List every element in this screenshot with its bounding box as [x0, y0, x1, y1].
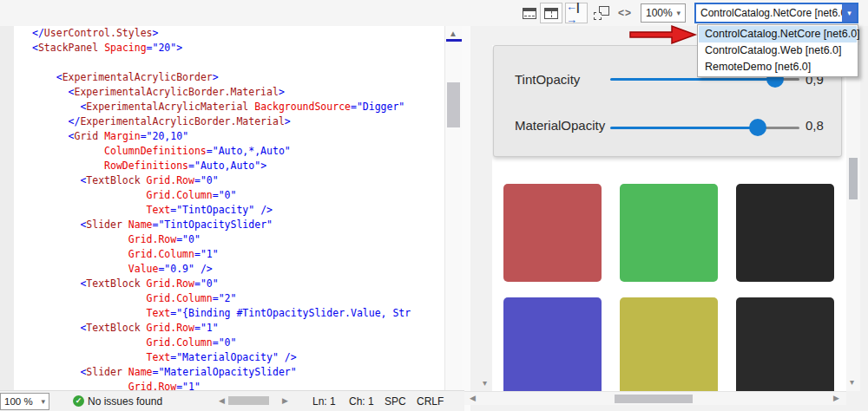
editor-vertical-scrollbar[interactable]: ▲ [444, 26, 462, 390]
preview-hscroll-thumb[interactable] [615, 395, 693, 403]
status-column-number: Ch: 1 [349, 395, 374, 408]
status-line-number: Ln: 1 [312, 395, 336, 408]
split-horizontal-icon [523, 8, 536, 19]
code-line: Text="MaterialOpacity" /> [32, 350, 411, 365]
chevron-down-icon: ▾ [41, 397, 45, 406]
preview-horizontal-scrollbar[interactable]: ◀ ▶ [464, 391, 846, 405]
code-line: <Slider Name="MaterialOpacitySlider" [32, 365, 411, 380]
code-line: Grid.Row="0" [32, 232, 411, 247]
code-line: Grid.Column="1" [32, 247, 411, 262]
code-line: <ExperimentalAcrylicBorder> [32, 70, 411, 85]
slider-label: MaterialOpacity [515, 118, 605, 133]
code-line: </UserControl.Styles> [32, 26, 411, 41]
code-line: <Grid Margin="20,10" [32, 129, 411, 144]
project-dropdown-item[interactable]: RemoteDemo [net6.0] [699, 59, 857, 75]
scroll-right-icon[interactable]: ▶ [282, 396, 288, 405]
color-swatch [736, 297, 834, 391]
slider-track-filled[interactable] [610, 127, 758, 129]
color-swatch [736, 184, 834, 282]
caret-position-marker [446, 39, 462, 42]
code-line [32, 55, 411, 70]
swap-panes-button[interactable]: ←|→ [565, 3, 588, 23]
scroll-up-icon[interactable]: ▲ [449, 29, 457, 38]
swap-panes-icon: ←|→ [566, 0, 587, 26]
scroll-right-icon[interactable]: ▶ [833, 394, 839, 402]
slider-value: 0,8 [806, 118, 824, 133]
editor-statusbar: 100 % ▾ ✓ No issues found ◀ ▶ Ln: 1 Ch: … [0, 390, 464, 411]
code-line: Value="0.9" /> [32, 262, 411, 277]
status-line-ending: CRLF [417, 395, 444, 408]
editor-vscroll-thumb[interactable] [447, 82, 460, 127]
code-line: <ExperimentalAcrylicMaterial BackgroundS… [32, 100, 411, 114]
status-space-mode: SPC [385, 395, 406, 408]
code-line: ColumnDefinitions="Auto,*,Auto" [32, 144, 411, 159]
split-vertical-icon [544, 8, 558, 19]
code-view-button[interactable]: <> [614, 3, 636, 23]
pane-splitter[interactable] [462, 26, 470, 411]
issues-status-text[interactable]: No issues found [88, 395, 162, 408]
editor-zoom-select[interactable]: 100 % ▾ [0, 393, 49, 410]
code-line: <Slider Name="TintOpacitySlider" [32, 218, 411, 232]
scroll-left-icon[interactable]: ◀ [470, 394, 476, 402]
color-swatch [620, 184, 718, 282]
code-line: Text="{Binding #TintOpacitySlider.Value,… [32, 306, 411, 321]
editor-hscroll-thumb[interactable] [228, 396, 269, 405]
code-line: <StackPanel Spacing="20"> [32, 41, 411, 55]
preview-window: TintOpacity 0,9MaterialOpacity 0,8 [492, 45, 846, 391]
scroll-down-icon[interactable]: ▾ [850, 377, 854, 387]
code-line: Grid.Row="1" [32, 380, 411, 390]
float-window-button[interactable] [590, 3, 613, 23]
designer-toolbar: ←|→ <> 100% ▾ ControlCatalog.NetCore [ne… [0, 0, 868, 26]
code-line: <TextBlock Grid.Row="1" [32, 321, 411, 336]
project-dropdown-list: ControlCatalog.NetCore [net6.0]ControlCa… [697, 24, 858, 77]
scroll-down-icon[interactable]: ▾ [483, 378, 487, 388]
split-vertical-button[interactable] [540, 3, 562, 23]
color-swatch [620, 297, 718, 391]
code-line: <TextBlock Grid.Row="0" [32, 277, 411, 291]
slider-label: TintOpacity [515, 72, 580, 87]
designer-zoom-select[interactable]: 100% ▾ [641, 3, 686, 23]
code-line: Grid.Column="0" [32, 188, 411, 203]
xaml-code-editor[interactable]: </UserControl.Styles><StackPanel Spacing… [14, 26, 444, 390]
code-line: Grid.Column="2" [32, 291, 411, 306]
color-swatch [503, 297, 602, 391]
project-dropdown-item[interactable]: ControlCatalog.Web [net6.0] [699, 42, 857, 59]
designer-zoom-value: 100% [646, 7, 673, 19]
code-view-icon: <> [618, 7, 632, 19]
editor-zoom-value: 100 % [4, 396, 33, 407]
slider-track-filled[interactable] [610, 78, 775, 81]
preview-vscroll-thumb[interactable] [849, 158, 858, 199]
code-line: Text="TintOpacity" /> [32, 203, 411, 218]
project-combobox[interactable]: ControlCatalog.NetCore [net6.0] ▾ [694, 3, 858, 23]
code-line: Grid.Column="0" [32, 336, 411, 350]
float-window-icon [594, 6, 609, 20]
slider-thumb[interactable] [749, 119, 766, 136]
red-annotation-arrow [627, 23, 698, 46]
project-combobox-dropdown-button[interactable]: ▾ [842, 4, 857, 22]
code-line: <ExperimentalAcrylicBorder.Material> [32, 85, 411, 100]
split-horizontal-button[interactable] [518, 3, 541, 23]
chevron-down-icon: ▾ [676, 9, 681, 17]
editor-gutter [0, 26, 14, 390]
scroll-left-icon[interactable]: ◀ [219, 396, 225, 405]
project-combobox-value: ControlCatalog.NetCore [net6.0] [696, 7, 842, 19]
no-issues-check-icon: ✓ [73, 395, 84, 407]
code-line: RowDefinitions="Auto,Auto"> [32, 159, 411, 173]
preview-vertical-scrollbar[interactable] [846, 45, 860, 391]
code-line: <TextBlock Grid.Row="0" [32, 173, 411, 188]
color-swatch [503, 184, 602, 282]
xaml-code-text: </UserControl.Styles><StackPanel Spacing… [32, 26, 411, 390]
project-dropdown-item[interactable]: ControlCatalog.NetCore [net6.0] [699, 26, 857, 42]
code-line: </ExperimentalAcrylicBorder.Material> [32, 114, 411, 129]
